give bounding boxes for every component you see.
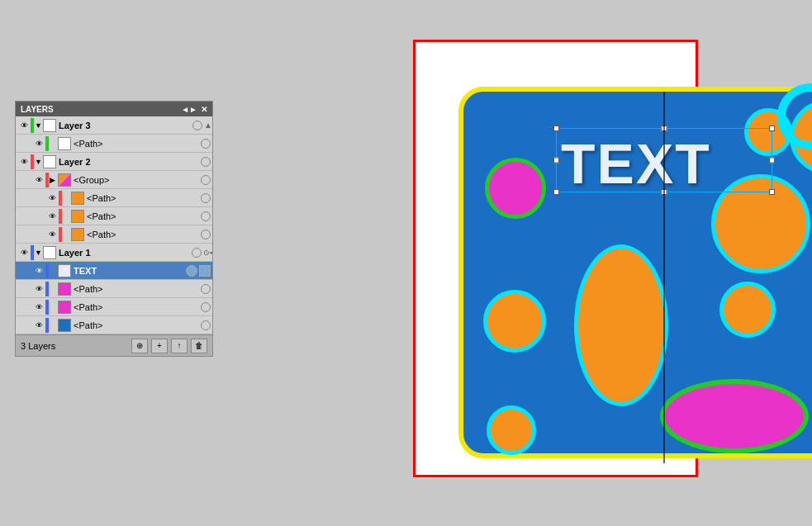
visibility-icon-group-l2[interactable]: 👁	[32, 173, 45, 187]
visibility-icon-path-l2-1[interactable]: 👁	[45, 192, 59, 205]
layer-row-text-l1[interactable]: 👁 T TEXT	[16, 262, 212, 280]
expand-arrow-layer1[interactable]: ▼	[35, 249, 43, 257]
layer-thumb-path-l2-3	[71, 228, 84, 241]
visibility-icon-path-l1-2[interactable]: 👁	[32, 301, 45, 314]
layers-list: 👁 ▼ Layer 3 ▲ 👁 <Path> 👁 ▼ Layer 2	[16, 116, 212, 334]
visibility-icon-layer2[interactable]: 👁	[17, 155, 31, 168]
bottom-left-small-orange	[487, 405, 536, 455]
layer-target-path-l1-2[interactable]	[201, 302, 211, 312]
visibility-icon-path-l1-1[interactable]: 👁	[32, 282, 45, 296]
layer-target-path-l3[interactable]	[201, 139, 211, 149]
visibility-icon-layer1[interactable]: 👁	[17, 246, 31, 259]
visibility-icon-path-l2-2[interactable]: 👁	[45, 210, 59, 223]
layer-target-path-l2-1[interactable]	[201, 193, 211, 203]
visibility-icon-layer3[interactable]: 👁	[17, 119, 31, 132]
layer-row-path-l2-2[interactable]: 👁 <Path>	[16, 207, 212, 225]
layer-thumb-path-l2-2	[71, 210, 84, 223]
layers-panel[interactable]: LAYERS ◄► ✕ 👁 ▼ Layer 3 ▲ 👁 <Path> �	[15, 101, 213, 357]
layer-thumb-path-l3	[58, 137, 71, 150]
scroll-icon-layer3: ▲	[204, 121, 212, 130]
panel-titlebar: LAYERS ◄► ✕	[16, 102, 212, 116]
layer-thumb-group-l2	[58, 173, 71, 187]
sel-handle-tl	[553, 126, 559, 131]
panel-titlebar-icons: ◄► ✕	[181, 105, 207, 114]
visibility-icon-text-l1[interactable]: 👁	[32, 264, 45, 277]
layer-thumb-path-l1-2	[58, 301, 71, 314]
layer-row-layer3[interactable]: 👁 ▼ Layer 3 ▲	[16, 116, 212, 135]
layer-name-layer3: Layer 3	[59, 121, 192, 130]
color-bar-path-l2-1	[59, 191, 62, 206]
color-bar-layer2	[31, 154, 34, 169]
color-bar-layer1	[31, 245, 34, 260]
artwork-split-line	[663, 92, 665, 463]
sel-handle-ml	[553, 158, 559, 163]
layer-thumb-layer3	[43, 119, 56, 132]
sel-handle-br	[769, 189, 775, 195]
layer-row-path-l2-3[interactable]: 👁 <Path>	[16, 225, 212, 244]
move-layer-btn[interactable]: ↑	[171, 339, 188, 353]
layer-thumb-path-l1-1	[58, 282, 71, 296]
layer-count-label: 3 Layers	[21, 341, 128, 351]
layer-name-layer1: Layer 1	[59, 248, 192, 258]
top-left-magenta-circle	[485, 158, 546, 219]
layer-name-path-l2-3: <Path>	[87, 230, 201, 239]
panel-title: LAYERS	[21, 105, 54, 114]
expand-arrow-group-l2[interactable]: ▶	[50, 176, 58, 184]
text-square-icon	[199, 265, 211, 277]
artwork-background: TEXT	[458, 87, 812, 458]
close-icon[interactable]: ✕	[201, 105, 207, 114]
mid-right-orange	[719, 282, 776, 338]
expand-arrow-layer3[interactable]: ▼	[35, 121, 43, 130]
layer-row-path-l1-3[interactable]: 👁 <Path>	[16, 316, 212, 334]
big-oval	[574, 244, 668, 406]
visibility-icon-path-l3[interactable]: 👁	[32, 137, 45, 150]
layer-row-layer1[interactable]: 👁 ▼ Layer 1 ⊙▪	[16, 244, 212, 262]
color-bar-path-l1-2	[45, 300, 49, 315]
layer-target-layer3[interactable]	[192, 121, 202, 130]
color-bar-path-l2-2	[59, 209, 62, 224]
color-bar-path-l1-1	[45, 282, 49, 296]
text-layer-icons	[186, 265, 211, 277]
layer-target-group-l2[interactable]	[201, 175, 211, 185]
color-bar-path-l3	[45, 136, 49, 151]
new-layer-btn[interactable]: +	[151, 339, 168, 353]
layer-row-layer2[interactable]: 👁 ▼ Layer 2	[16, 153, 212, 171]
visibility-icon-path-l1-3[interactable]: 👁	[32, 319, 45, 332]
color-bar-path-l2-3	[59, 227, 62, 242]
layer-row-path-l1-1[interactable]: 👁 <Path>	[16, 280, 212, 298]
artwork-canvas: TEXT	[458, 87, 812, 462]
layer-target-path-l2-3[interactable]	[201, 230, 211, 239]
bottom-right-magenta-oval	[660, 379, 809, 453]
sel-handle-mr	[769, 158, 775, 163]
collapse-icon[interactable]: ◄►	[181, 105, 197, 114]
layer-name-path-l2-2: <Path>	[87, 211, 201, 221]
layer-target-layer1[interactable]	[192, 248, 202, 258]
layer-name-path-l3: <Path>	[74, 139, 201, 149]
visibility-icon-path-l2-3[interactable]: 👁	[45, 228, 59, 241]
layer-thumb-path-l1-3	[58, 319, 71, 332]
layer-row-path-l1-2[interactable]: 👁 <Path>	[16, 298, 212, 316]
layer1-extra-icons: ⊙▪	[203, 249, 212, 257]
delete-layer-btn[interactable]: 🗑	[191, 339, 207, 353]
layer-name-text-l1: TEXT	[74, 266, 186, 276]
layer-row-path-l2-1[interactable]: 👁 <Path>	[16, 189, 212, 207]
canvas-area: TEXT	[223, 0, 812, 526]
layer-target-path-l2-2[interactable]	[201, 211, 211, 221]
layer-thumb-text-l1: T	[58, 264, 71, 277]
layer-target-path-l1-3[interactable]	[201, 320, 211, 330]
layer-thumb-layer2	[43, 155, 56, 168]
layer-thumb-path-l2-1	[71, 192, 84, 205]
sel-handle-bl	[553, 189, 559, 195]
text-circle-icon	[186, 265, 197, 277]
layer-row-path-l3[interactable]: 👁 <Path>	[16, 135, 212, 153]
color-bar-text-l1	[45, 263, 49, 278]
layer-row-group-l2[interactable]: 👁 ▶ <Group>	[16, 171, 212, 189]
layer-thumb-layer1	[43, 246, 56, 259]
layer-target-layer2[interactable]	[201, 157, 211, 167]
layer-target-path-l1-1[interactable]	[201, 284, 211, 294]
new-layer-from-selection-btn[interactable]: ⊕	[131, 339, 148, 353]
layer-name-path-l1-1: <Path>	[74, 284, 201, 294]
color-bar-layer3	[31, 118, 34, 133]
expand-arrow-layer2[interactable]: ▼	[35, 158, 43, 166]
mid-left-orange-circle	[483, 290, 546, 353]
